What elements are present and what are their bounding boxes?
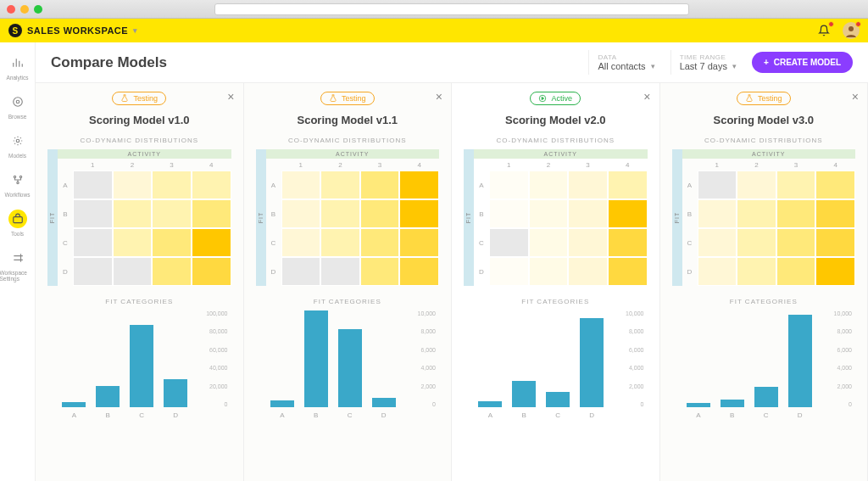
y-tick: 0: [619, 401, 644, 407]
model-name: Scoring Model v1.1: [256, 114, 440, 126]
bar-category-label: C: [555, 411, 560, 419]
nav-item-workflows[interactable]: Workflows: [0, 166, 36, 202]
bar-category-label: D: [589, 411, 594, 419]
settings-icon: [11, 251, 25, 265]
nav-label: Browse: [8, 114, 27, 120]
heatmap-cell: [320, 228, 360, 257]
svg-point-3: [16, 100, 19, 103]
heatmap: FITACTIVITY1234ABCD: [464, 149, 648, 286]
heatmap-cell: [568, 199, 608, 228]
heatmap-cell: [698, 199, 737, 228]
y-tick: 60,000: [203, 347, 228, 353]
nav-item-models[interactable]: Models: [0, 127, 36, 163]
heatmap-row-header: D: [266, 257, 281, 286]
y-tick: 100,000: [203, 310, 228, 316]
heatmap-cell: [152, 171, 192, 199]
bar: C: [338, 329, 362, 407]
close-panel-button[interactable]: ×: [227, 90, 234, 103]
heatmap-cell: [737, 171, 776, 199]
heatmap-cell: [489, 199, 529, 228]
filter-data[interactable]: DATA All contacts▾: [588, 50, 663, 75]
fit-axis-label: FIT: [672, 149, 682, 286]
heatmap-col-header: 2: [529, 159, 569, 171]
nav-label: Models: [8, 153, 26, 159]
heatmap-cell: [399, 257, 439, 286]
heatmap-cell: [73, 171, 113, 199]
fit-axis-label: FIT: [464, 149, 474, 286]
y-tick: 2,000: [826, 383, 852, 389]
bar: C: [130, 325, 153, 407]
svg-rect-8: [13, 217, 22, 223]
bar-category-label: B: [522, 411, 526, 419]
heatmap-cell: [113, 228, 153, 257]
nav-item-tools[interactable]: Tools: [0, 205, 36, 241]
traffic-lights: [7, 5, 42, 14]
heatmap-col-header: 1: [489, 159, 529, 171]
heatmap-cell: [608, 257, 648, 286]
heatmap-cell: [815, 228, 855, 257]
heatmap-cell: [815, 199, 855, 228]
bar-chart: ABCD10,0008,0006,0004,0002,0000: [464, 310, 648, 476]
bar: B: [512, 381, 536, 407]
y-tick: 4,000: [619, 365, 644, 371]
close-panel-button[interactable]: ×: [436, 90, 442, 103]
close-panel-button[interactable]: ×: [852, 90, 859, 103]
heatmap-col-header: 2: [737, 159, 776, 171]
user-menu[interactable]: [843, 22, 860, 39]
play-icon: [538, 94, 547, 103]
create-model-button[interactable]: + CREATE MODEL: [752, 52, 853, 73]
y-tick: 0: [410, 401, 436, 407]
heatmap-cell: [529, 228, 569, 257]
flask-icon: [745, 94, 754, 103]
y-tick: 8,000: [619, 328, 644, 334]
bar-category-label: A: [72, 411, 76, 419]
nav-item-analytics[interactable]: Analytics: [0, 49, 36, 85]
heatmap-col-header: 3: [568, 159, 608, 171]
bar-category-label: D: [381, 411, 387, 419]
y-tick: 6,000: [619, 347, 644, 353]
close-dot-icon[interactable]: [7, 5, 15, 14]
bar: D: [580, 318, 604, 407]
y-tick: 2,000: [410, 383, 436, 389]
heatmap-cell: [360, 171, 400, 199]
nav-label: Analytics: [6, 75, 28, 81]
svg-point-5: [14, 176, 15, 177]
heatmap-col-header: 2: [113, 159, 153, 171]
bar-chart: ABCD100,00080,00060,00040,00020,0000: [47, 310, 231, 476]
heatmap-col-header: 2: [320, 159, 360, 171]
status-text: Testing: [133, 94, 158, 103]
heatmap-row-header: D: [682, 257, 698, 286]
svg-point-7: [16, 182, 18, 183]
heatmap-col-header: 1: [281, 159, 321, 171]
heatmap-row-header: A: [58, 171, 73, 199]
user-badge: [855, 21, 861, 27]
heatmap-cell: [360, 257, 400, 286]
filter-time-value: Last 7 days: [680, 61, 727, 71]
filter-time[interactable]: TIME RANGE Last 7 days▾: [670, 50, 745, 75]
status-badge: Testing: [320, 92, 375, 105]
heatmap-cell: [192, 199, 231, 228]
nav-item-workspace-settings[interactable]: Workspace Settings: [0, 244, 36, 286]
address-bar[interactable]: [214, 3, 689, 15]
chevron-down-icon: ▾: [732, 62, 737, 70]
minimize-dot-icon[interactable]: [20, 5, 29, 14]
heatmap-cell: [568, 228, 608, 257]
heatmap-cell: [73, 257, 113, 286]
nav-item-browse[interactable]: Browse: [0, 88, 36, 124]
fit-categories-label: FIT CATEGORIES: [256, 298, 440, 305]
heatmap-cell: [73, 199, 113, 228]
bar: A: [478, 401, 502, 407]
chevron-down-icon: ▾: [133, 26, 138, 35]
close-panel-button[interactable]: ×: [643, 90, 650, 103]
zoom-dot-icon[interactable]: [34, 5, 42, 14]
notifications-button[interactable]: [815, 22, 832, 39]
heatmap-row-header: C: [474, 228, 489, 257]
heatmap-cell: [737, 228, 776, 257]
top-bar: S SALES WORKSPACE ▾: [0, 19, 868, 42]
heatmap-cell: [113, 199, 153, 228]
fit-categories-label: FIT CATEGORIES: [47, 298, 231, 305]
status-text: Testing: [758, 94, 782, 103]
bar: A: [62, 402, 86, 407]
model-panel: ×TestingScoring Model v1.0CO-DYNAMIC DIS…: [36, 83, 244, 481]
workspace-switcher[interactable]: S SALES WORKSPACE ▾: [8, 24, 138, 37]
